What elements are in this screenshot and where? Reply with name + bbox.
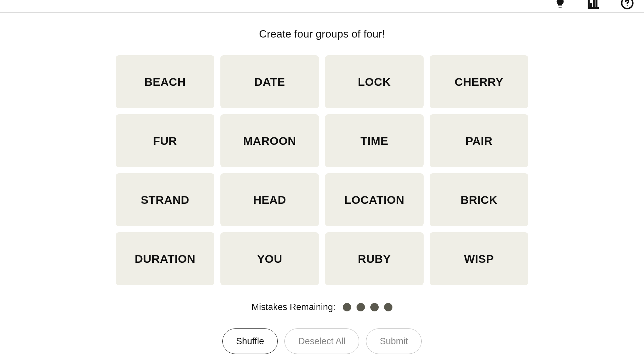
- tile[interactable]: LOCK: [325, 55, 424, 108]
- tile[interactable]: TIME: [325, 114, 424, 167]
- tile[interactable]: BRICK: [430, 173, 528, 226]
- top-bar: [0, 0, 644, 13]
- mistake-dot: [370, 303, 379, 311]
- game-content: Create four groups of four! BEACH DATE L…: [0, 13, 644, 354]
- tile[interactable]: HEAD: [220, 173, 319, 226]
- shuffle-button[interactable]: Shuffle: [222, 328, 278, 354]
- submit-button[interactable]: Submit: [366, 328, 422, 354]
- deselect-all-button[interactable]: Deselect All: [284, 328, 359, 354]
- hint-lightbulb-icon[interactable]: [553, 0, 567, 10]
- svg-point-0: [622, 0, 633, 8]
- tile-grid: BEACH DATE LOCK CHERRY FUR MAROON TIME P…: [116, 55, 528, 285]
- tile[interactable]: DURATION: [116, 232, 214, 285]
- tile[interactable]: WISP: [430, 232, 528, 285]
- mistakes-dots: [343, 303, 392, 311]
- mistake-dot: [357, 303, 365, 311]
- instruction-text: Create four groups of four!: [259, 28, 385, 40]
- tile[interactable]: RUBY: [325, 232, 424, 285]
- mistakes-row: Mistakes Remaining:: [252, 302, 393, 312]
- tile[interactable]: FUR: [116, 114, 214, 167]
- help-icon[interactable]: [621, 0, 634, 10]
- tile[interactable]: YOU: [220, 232, 319, 285]
- mistake-dot: [384, 303, 392, 311]
- tile[interactable]: CHERRY: [430, 55, 528, 108]
- svg-point-1: [627, 5, 628, 6]
- mistake-dot: [343, 303, 351, 311]
- action-buttons: Shuffle Deselect All Submit: [222, 328, 422, 354]
- tile[interactable]: LOCATION: [325, 173, 424, 226]
- stats-chart-icon[interactable]: [587, 0, 600, 10]
- mistakes-label: Mistakes Remaining:: [252, 302, 336, 312]
- tile[interactable]: STRAND: [116, 173, 214, 226]
- tile[interactable]: DATE: [220, 55, 319, 108]
- tile[interactable]: MAROON: [220, 114, 319, 167]
- tile[interactable]: PAIR: [430, 114, 528, 167]
- tile[interactable]: BEACH: [116, 55, 214, 108]
